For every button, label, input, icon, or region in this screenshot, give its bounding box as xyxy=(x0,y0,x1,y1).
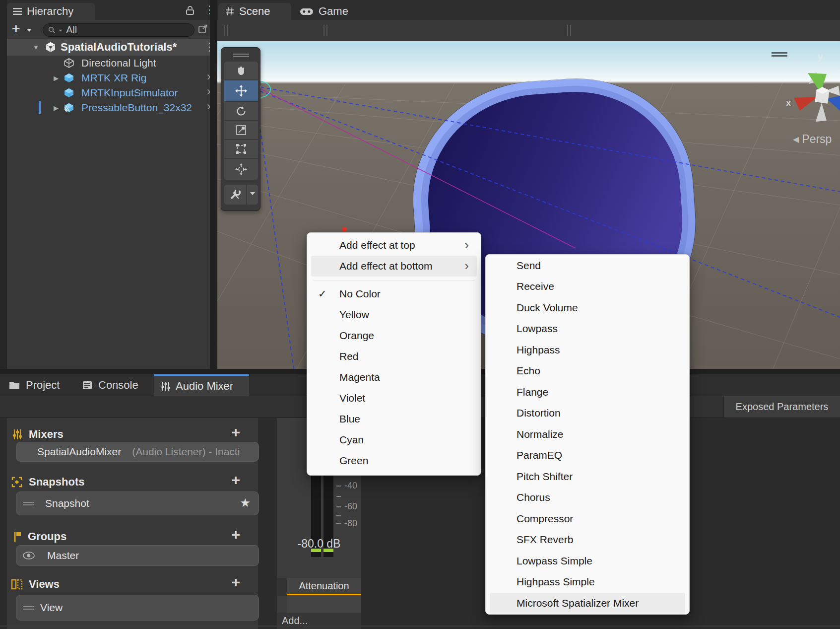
lock-icon[interactable] xyxy=(185,5,195,16)
add-mixer-button[interactable]: + xyxy=(231,425,240,440)
submenu-item-microsoft-spatializer-mixer[interactable]: Microsoft Spatializer Mixer xyxy=(490,593,685,614)
mixers-icon xyxy=(12,429,23,440)
move-tool-button[interactable] xyxy=(224,80,258,101)
view-row[interactable]: View xyxy=(16,595,259,621)
menu-item-label: Add effect at bottom xyxy=(339,260,433,272)
submenu-item-receive[interactable]: Receive xyxy=(490,276,685,297)
submenu-item-lowpass[interactable]: Lowpass xyxy=(490,318,685,339)
menu-item-color-yellow[interactable]: Yellow xyxy=(311,304,477,325)
menu-item-add-effect-top[interactable]: Add effect at top › xyxy=(311,235,477,256)
submenu-item-duck-volume[interactable]: Duck Volume xyxy=(490,297,685,318)
hierarchy-row-pressable-button[interactable]: ▶ PressableButton_32x32 › xyxy=(14,100,217,115)
transform-tool-button[interactable] xyxy=(224,159,258,180)
submenu-item-echo[interactable]: Echo xyxy=(490,360,685,381)
menu-item-color-red[interactable]: Red xyxy=(311,346,477,367)
submenu-item-send[interactable]: Send xyxy=(490,255,685,276)
submenu-item-parameq[interactable]: ParamEQ xyxy=(490,445,685,466)
submenu-item-lowpass-simple[interactable]: Lowpass Simple xyxy=(490,551,685,571)
submenu-item-highpass-simple[interactable]: Highpass Simple xyxy=(490,571,685,592)
menu-item-label: Highpass xyxy=(517,344,560,356)
submenu-item-normalize[interactable]: Normalize xyxy=(490,424,685,445)
custom-tools-dropdown[interactable] xyxy=(247,185,258,205)
handle-red-dot xyxy=(342,227,347,232)
add-snapshot-button[interactable]: + xyxy=(231,473,240,488)
visibility-eye-icon[interactable] xyxy=(22,551,35,560)
gameobject-cube-icon xyxy=(64,58,74,69)
menu-item-color-violet[interactable]: Violet xyxy=(311,388,477,409)
add-view-button[interactable]: + xyxy=(231,575,240,590)
menu-item-label: Echo xyxy=(517,365,540,377)
expander-icon[interactable]: ▶ xyxy=(54,104,62,112)
tab-project[interactable]: Project xyxy=(9,374,60,396)
volume-value[interactable]: -80.0 dB xyxy=(277,537,361,551)
gizmo-axes xyxy=(777,59,840,124)
pick-window-icon[interactable] xyxy=(198,24,208,33)
exposed-parameters-label: Exposed Parameters xyxy=(736,401,829,413)
tab-game[interactable]: Game xyxy=(296,3,365,20)
effect-color-bar xyxy=(287,594,361,595)
submenu-item-chorus[interactable]: Chorus xyxy=(490,487,685,508)
hierarchy-row-mrtk-xr-rig[interactable]: ▶ MRTK XR Rig › xyxy=(14,70,217,85)
mixers-section-header: Mixers + xyxy=(7,426,258,443)
tab-audio-mixer[interactable]: Audio Mixer xyxy=(154,374,249,396)
add-effect-button[interactable]: Add... xyxy=(277,613,361,629)
menu-item-color-magenta[interactable]: Magenta xyxy=(311,367,477,388)
hierarchy-toolbar: + All xyxy=(7,20,210,39)
panel-divider[interactable] xyxy=(210,0,217,369)
scene-expander-icon[interactable]: ▼ xyxy=(33,44,41,51)
menu-item-color-green[interactable]: Green xyxy=(311,450,477,471)
meter-tick-label: -60 xyxy=(344,501,357,512)
hierarchy-panel: Hierarchy ⋮ + All ▼ xyxy=(7,0,210,369)
hierarchy-row-directional-light[interactable]: Directional Light xyxy=(14,56,217,70)
unity-scene-icon xyxy=(45,41,57,53)
menu-item-color-blue[interactable]: Blue xyxy=(311,409,477,429)
submenu-item-flange[interactable]: Flange xyxy=(490,382,685,403)
mixer-row-spatialaudiomixer[interactable]: SpatialAudioMixer (Audio Listener) - Ina… xyxy=(16,442,259,462)
menu-item-label: Highpass Simple xyxy=(517,576,595,588)
snapshot-star-icon[interactable]: ★ xyxy=(240,496,251,510)
projection-switch[interactable]: ◀ Persp xyxy=(793,133,832,146)
menu-item-label: Blue xyxy=(339,413,360,425)
submenu-item-sfx-reverb[interactable]: SFX Reverb xyxy=(490,529,685,550)
exposed-parameters-button[interactable]: Exposed Parameters xyxy=(723,396,840,418)
create-dropdown-icon[interactable] xyxy=(27,29,32,34)
search-icon xyxy=(48,26,56,34)
menu-item-label: Send xyxy=(517,260,541,272)
snapshot-row[interactable]: Snapshot ★ xyxy=(16,491,259,515)
attenuation-effect-slot[interactable]: Attenuation xyxy=(287,578,361,613)
hierarchy-row-mrtk-input-simulator[interactable]: MRTKInputSimulator › xyxy=(14,85,217,100)
submenu-arrow-icon: › xyxy=(464,237,469,253)
effects-submenu: Send Receive Duck Volume Lowpass Highpas… xyxy=(485,254,690,615)
menu-item-add-effect-bottom[interactable]: Add effect at bottom › xyxy=(311,256,477,277)
custom-tools-button[interactable] xyxy=(224,185,246,205)
scale-tool-icon xyxy=(236,125,247,136)
hierarchy-item-label: Directional Light xyxy=(81,57,156,69)
expander-icon[interactable]: ▶ xyxy=(54,74,62,82)
group-row-master[interactable]: Master xyxy=(16,545,259,566)
groups-section-header: Groups + xyxy=(7,528,258,545)
scale-tool-button[interactable] xyxy=(224,121,258,139)
scene-root-row[interactable]: ▼ SpatialAudioTutorials* ⋮ xyxy=(7,39,210,56)
submenu-item-pitch-shifter[interactable]: Pitch Shifter xyxy=(490,466,685,487)
palette-drag-handle[interactable] xyxy=(233,52,249,59)
tab-project-label: Project xyxy=(26,379,60,392)
menu-item-color-no-color[interactable]: ✓ No Color xyxy=(311,283,477,304)
menu-item-label: Microsoft Spatializer Mixer xyxy=(517,597,639,609)
add-group-button[interactable]: + xyxy=(231,527,240,542)
create-object-button[interactable]: + xyxy=(12,21,20,37)
menu-item-color-orange[interactable]: Orange xyxy=(311,325,477,346)
search-filter-dropdown-icon xyxy=(59,30,63,34)
hand-tool-button[interactable] xyxy=(224,62,258,79)
group-name: Master xyxy=(47,550,79,561)
menu-item-color-cyan[interactable]: Cyan xyxy=(311,429,477,450)
rect-tool-button[interactable] xyxy=(224,140,258,158)
hierarchy-search-input[interactable]: All xyxy=(43,23,194,37)
tab-console[interactable]: Console xyxy=(82,374,138,396)
hierarchy-item-label: MRTKInputSimulator xyxy=(81,87,178,99)
submenu-item-compressor[interactable]: Compressor xyxy=(490,508,685,529)
submenu-item-distortion[interactable]: Distortion xyxy=(490,403,685,423)
rotate-tool-button[interactable] xyxy=(224,102,258,120)
tab-scene[interactable]: Scene xyxy=(218,3,291,20)
submenu-item-highpass[interactable]: Highpass xyxy=(490,340,685,360)
tab-hierarchy[interactable]: Hierarchy xyxy=(7,3,95,20)
